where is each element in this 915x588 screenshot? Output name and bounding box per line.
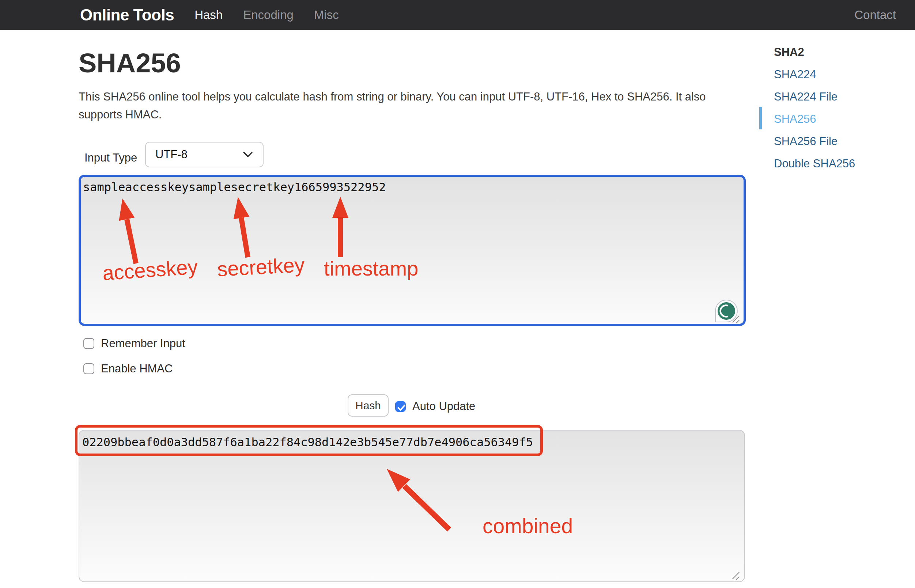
auto-update-label: Auto Update (412, 400, 475, 413)
nav-item-hash[interactable]: Hash (194, 8, 223, 22)
navbar: Online Tools Hash Encoding Misc Contact (0, 0, 915, 30)
auto-update-checkbox[interactable] (395, 401, 406, 412)
sidebar-item-sha256-file[interactable]: SHA256 File (774, 130, 913, 152)
sidebar: SHA2 SHA224 SHA224 File SHA256 SHA256 Fi… (774, 41, 913, 175)
input-resize-handle[interactable] (731, 313, 742, 325)
sidebar-item-sha256[interactable]: SHA256 (774, 108, 913, 130)
output-resize-handle[interactable] (731, 570, 742, 581)
sidebar-item-sha224[interactable]: SHA224 (774, 63, 913, 86)
hash-output-textarea[interactable]: 02209bbeaf0d0a3dd587f6a1ba22f84c98d142e3… (79, 430, 745, 582)
brand-logo[interactable]: Online Tools (80, 6, 174, 24)
enable-hmac-row[interactable]: Enable HMAC (83, 362, 173, 375)
hash-button[interactable]: Hash (348, 394, 389, 417)
page-description: This SHA256 online tool helps you calcul… (79, 88, 733, 124)
auto-update-row[interactable]: Auto Update (395, 400, 475, 413)
remember-input-row[interactable]: Remember Input (83, 337, 185, 350)
input-type-selected-value: UTF-8 (155, 148, 188, 161)
sidebar-active-marker (759, 107, 762, 129)
remember-input-checkbox[interactable] (83, 338, 94, 349)
enable-hmac-label: Enable HMAC (101, 362, 173, 375)
remember-input-label: Remember Input (101, 337, 185, 350)
sidebar-item-sha224-file[interactable]: SHA224 File (774, 86, 913, 108)
nav-item-misc[interactable]: Misc (314, 8, 339, 22)
chevron-down-icon (242, 151, 253, 158)
input-type-select[interactable]: UTF-8 (145, 142, 264, 167)
input-type-label: Input Type (84, 151, 137, 165)
sha256-tool-page: Online Tools Hash Encoding Misc Contact … (0, 0, 915, 588)
nav-item-encoding[interactable]: Encoding (243, 8, 294, 22)
nav-item-contact[interactable]: Contact (854, 8, 896, 22)
hash-input-textarea[interactable]: sampleaccesskeysamplesecretkey1665993522… (79, 175, 746, 326)
enable-hmac-checkbox[interactable] (83, 363, 94, 374)
sidebar-header-sha2: SHA2 (774, 41, 913, 63)
sidebar-item-double-sha256[interactable]: Double SHA256 (774, 152, 913, 175)
page-title: SHA256 (79, 47, 181, 79)
